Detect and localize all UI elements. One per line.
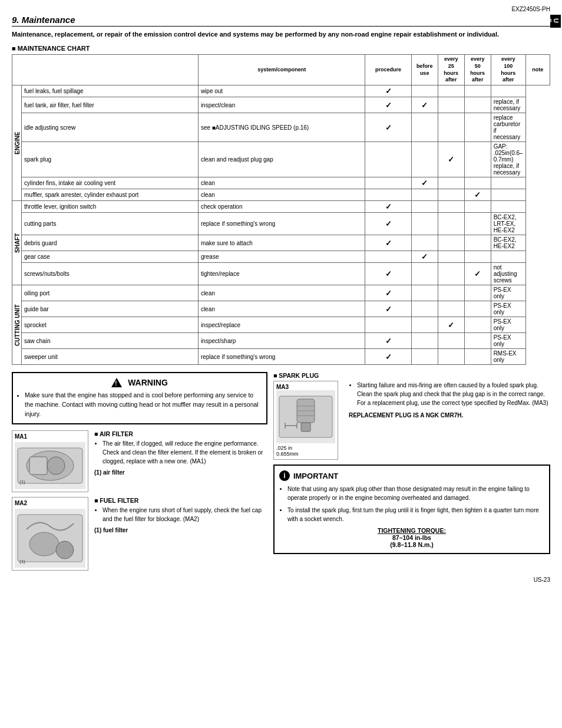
warning-header: ! WARNING	[18, 378, 262, 387]
svg-point-7	[56, 541, 74, 559]
table-row: spark plug clean and readjust plug gap ✓…	[12, 142, 550, 177]
section-title: 9. Maintenance	[12, 15, 550, 27]
table-row: debris guard make sure to attach ✓ BC-EX…	[12, 235, 550, 251]
spark-plug-text: Starting failure and mis-firing are ofte…	[349, 381, 550, 407]
fuel-filter-text: When the engine runs short of fuel suppl…	[94, 506, 267, 523]
ma3-image-box: MA3	[273, 381, 338, 460]
ma1-image: (1)	[15, 442, 85, 489]
air-filter-caption: (1) air filter	[94, 469, 267, 476]
spark-plug-title: SPARK PLUG	[273, 372, 550, 379]
table-row: idle adjusting screw see ■ADJUSTING IDLI…	[12, 113, 550, 142]
important-header: i IMPORTANT	[279, 470, 544, 481]
table-row: guide bar clean ✓ PS-EX only	[12, 301, 550, 317]
ma3-measurement: .025 in 0.655mm	[276, 445, 335, 457]
ma1-image-box: MA1 (1)	[12, 430, 88, 492]
table-row: gear case grease ✓	[12, 251, 550, 263]
spark-plug-section: SPARK PLUG MA3	[273, 372, 550, 460]
tightening-torque: TIGHTENING TORQUE: 87–104 in-lbs(9.8–11.…	[279, 527, 544, 548]
replacement-text: REPLACEMENT PLUG IS A NGK CMR7H.	[349, 411, 550, 420]
svg-text:(1): (1)	[19, 559, 25, 564]
important-icon: i	[279, 470, 290, 481]
chart-title: MAINTENANCE CHART	[12, 45, 550, 52]
svg-point-6	[29, 532, 59, 556]
ma3-image	[276, 390, 335, 443]
air-filter-text: The air filter, if clogged, will reduce …	[94, 439, 267, 466]
svg-text:(1): (1)	[19, 479, 25, 485]
table-row: screws/nuts/bolts tighten/replace ✓ ✓ no…	[12, 263, 550, 285]
table-row: muffler, spark arrester, cylinder exhaus…	[12, 189, 550, 201]
fuel-filter-caption: (1) fuel filter	[94, 527, 267, 533]
ma2-image-box: MA2 (1)	[12, 497, 88, 571]
warning-box: ! WARNING Make sure that the engine has …	[12, 372, 267, 424]
table-row: sprocket inspect/replace ✓ PS-EX only	[12, 317, 550, 333]
warning-triangle-icon: !	[111, 378, 122, 387]
table-row: CUTTING UNIT oiling port clean ✓ PS-EX o…	[12, 285, 550, 301]
svg-rect-2	[29, 457, 47, 475]
table-row: SHAFT throttle lever, ignition switch ch…	[12, 201, 550, 213]
svg-point-3	[47, 457, 65, 475]
us-sidebar-tab: US	[550, 15, 561, 28]
table-row: ENGINE fuel leaks, fuel spillage wipe ou…	[12, 85, 550, 97]
fuel-filter-title: FUEL FILTER	[94, 497, 267, 504]
air-filter-title: AIR FILTER	[94, 430, 267, 437]
intro-text: Maintenance, replacement, or repair of t…	[12, 30, 550, 39]
table-row: saw chain inspect/sharp ✓ PS-EX only	[12, 333, 550, 349]
important-text: Note that using any spark plug other tha…	[279, 485, 544, 523]
warning-text: Make sure that the engine has stopped an…	[18, 391, 262, 419]
table-row: sweeper unit replace if something's wron…	[12, 349, 550, 365]
page-header: EXZ2450S-PH	[12, 6, 550, 12]
table-row: cutting parts replace if something's wro…	[12, 213, 550, 235]
ma2-image: (1)	[15, 509, 85, 568]
page-footer: US-23	[12, 577, 550, 583]
important-box: i IMPORTANT Note that using any spark pl…	[273, 465, 550, 554]
svg-rect-11	[301, 423, 310, 431]
table-row: fuel tank, air filter, fuel filter inspe…	[12, 97, 550, 113]
table-row: cylinder fins, intake air cooling vent c…	[12, 177, 550, 189]
maintenance-table: system/component procedure beforeuse eve…	[12, 54, 550, 365]
